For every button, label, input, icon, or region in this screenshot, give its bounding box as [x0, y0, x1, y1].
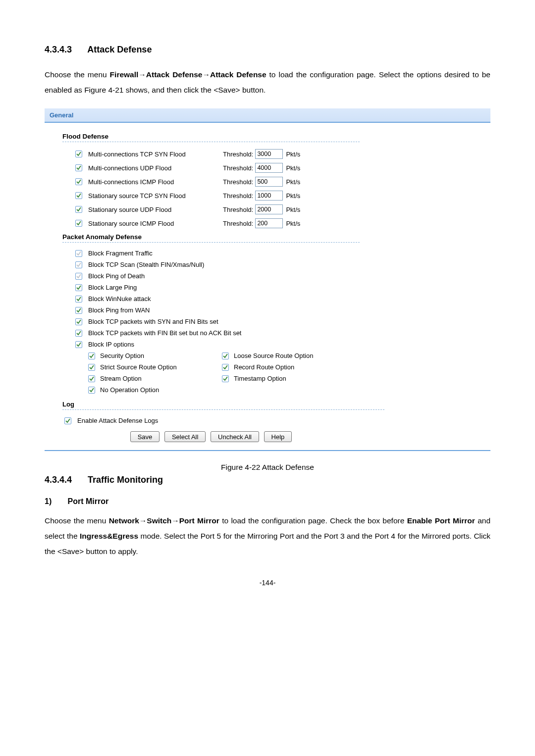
checkbox[interactable] — [222, 375, 229, 382]
checkbox-disabled[interactable] — [75, 250, 82, 257]
uncheck-all-button[interactable]: Uncheck All — [211, 431, 259, 442]
checkbox[interactable] — [222, 364, 229, 371]
packet-label: Block TCP packets with FIN Bit set but n… — [88, 329, 241, 337]
save-button[interactable]: Save — [130, 431, 160, 442]
threshold-label: Threshold: — [223, 151, 253, 158]
checkbox[interactable] — [75, 341, 82, 348]
threshold-input[interactable] — [255, 149, 283, 159]
text: Choose the menu — [45, 516, 109, 525]
log-row: Enable Attack Defense Logs — [57, 415, 482, 426]
threshold-input[interactable] — [255, 218, 283, 228]
general-bar: General — [45, 108, 490, 122]
ip-option-label: Loose Source Route Option — [234, 352, 313, 359]
checkbox[interactable] — [88, 353, 95, 359]
packet-label: Block TCP packets with SYN and FIN Bits … — [88, 318, 218, 325]
checkbox[interactable] — [75, 206, 82, 213]
checkbox[interactable] — [75, 307, 82, 314]
flood-label: Multi-connections TCP SYN Flood — [88, 151, 223, 158]
bold-text: Attack Defense — [146, 70, 203, 79]
button-row: Save Select All Uncheck All Help — [62, 426, 360, 445]
checkbox[interactable] — [64, 417, 71, 424]
flood-row: Stationary source ICMP Flood Threshold: … — [62, 216, 482, 230]
checkbox[interactable] — [88, 364, 95, 371]
packet-label: Block TCP Scan (Stealth FIN/Xmas/Null) — [88, 261, 204, 268]
threshold-input[interactable] — [255, 163, 283, 173]
list-title: Port Mirror — [67, 497, 108, 505]
checkbox[interactable] — [75, 318, 82, 325]
unit-label: Pkt/s — [286, 206, 300, 213]
checkbox[interactable] — [75, 284, 82, 291]
bold-text: Enable Port Mirror — [407, 516, 475, 525]
bold-text: Network — [109, 516, 139, 525]
section-title: Attack Defense — [87, 45, 152, 54]
flood-label: Multi-connections UDP Flood — [88, 164, 223, 172]
section-title: Traffic Monitoring — [88, 475, 163, 485]
packet-label: Block Large Ping — [88, 284, 137, 291]
ip-option-label: Timestamp Option — [234, 375, 286, 382]
help-button[interactable]: Help — [264, 431, 292, 442]
flood-row: Multi-connections UDP Flood Threshold: P… — [62, 161, 482, 175]
packet-label: Block Ping from WAN — [88, 306, 150, 314]
arrow-icon: → — [202, 70, 210, 79]
checkbox[interactable] — [75, 164, 82, 171]
checkbox[interactable] — [75, 151, 82, 157]
checkbox[interactable] — [75, 220, 82, 227]
ip-option-label: Security Option — [100, 352, 144, 359]
checkbox[interactable] — [75, 192, 82, 199]
packet-label: Block Ping of Death — [88, 272, 145, 280]
checkbox[interactable] — [88, 387, 95, 394]
heading-port-mirror: 1) Port Mirror — [45, 497, 490, 506]
divider — [62, 242, 360, 243]
flood-defense-title: Flood Defense — [62, 133, 482, 140]
packet-row: Block TCP Scan (Stealth FIN/Xmas/Null) — [62, 259, 482, 270]
ip-options-group: Security Option Loose Source Route Optio… — [62, 350, 482, 396]
ip-option-label: Strict Source Route Option — [100, 363, 177, 371]
checkbox[interactable] — [75, 296, 82, 302]
text: to load the configuration page. Check th… — [219, 516, 407, 525]
checkbox[interactable] — [75, 178, 82, 185]
packet-row: Block TCP packets with FIN Bit set but n… — [62, 327, 482, 339]
bold-text: Ingress&Egress — [80, 532, 138, 540]
config-panel: General Flood Defense Multi-connections … — [45, 108, 490, 451]
packet-label: Block WinNuke attack — [88, 295, 151, 302]
flood-label: Stationary source TCP SYN Flood — [88, 192, 223, 200]
packet-row: Block IP options — [62, 339, 482, 350]
arrow-icon: → — [139, 516, 147, 525]
threshold-label: Threshold: — [223, 192, 253, 200]
arrow-icon: → — [138, 70, 146, 79]
threshold-label: Threshold: — [223, 164, 253, 172]
select-all-button[interactable]: Select All — [164, 431, 206, 442]
threshold-input[interactable] — [255, 191, 283, 201]
threshold-label: Threshold: — [223, 220, 253, 227]
log-title: Log — [62, 401, 482, 408]
packet-anomaly-title: Packet Anomaly Defense — [62, 233, 482, 241]
checkbox[interactable] — [75, 330, 82, 337]
flood-label: Multi-connections ICMP Flood — [88, 178, 223, 186]
packet-row: Block WinNuke attack — [62, 293, 482, 304]
checkbox[interactable] — [222, 353, 229, 359]
heading-traffic-monitoring: 4.3.4.4 Traffic Monitoring — [45, 475, 490, 485]
checkbox-disabled[interactable] — [75, 273, 82, 280]
list-number: 1) — [45, 497, 65, 506]
figure-caption: Figure 4-22 Attack Defense — [45, 463, 490, 472]
section-number: 4.3.4.3 — [45, 45, 85, 55]
threshold-label: Threshold: — [223, 206, 253, 213]
flood-row: Multi-connections TCP SYN Flood Threshol… — [62, 147, 482, 161]
packet-row: Block Large Ping — [62, 282, 482, 293]
flood-row: Stationary source UDP Flood Threshold: P… — [62, 202, 482, 216]
threshold-input[interactable] — [255, 204, 283, 214]
arrow-icon: → — [171, 516, 179, 525]
checkbox[interactable] — [88, 375, 95, 382]
flood-label: Stationary source ICMP Flood — [88, 220, 223, 227]
divider — [62, 141, 360, 142]
checkbox-disabled[interactable] — [75, 261, 82, 268]
ip-option-label: Record Route Option — [234, 363, 294, 371]
section-number: 4.3.4.4 — [45, 475, 85, 485]
paragraph-port-mirror: Choose the menu Network→Switch→Port Mirr… — [45, 513, 490, 559]
flood-row: Multi-connections ICMP Flood Threshold: … — [62, 175, 482, 189]
divider — [62, 409, 384, 410]
packet-label: Block Fragment Traffic — [88, 250, 153, 257]
heading-attack-defense: 4.3.4.3 Attack Defense — [45, 45, 490, 55]
threshold-input[interactable] — [255, 177, 283, 187]
paragraph-intro: Choose the menu Firewall→Attack Defense→… — [45, 67, 490, 98]
